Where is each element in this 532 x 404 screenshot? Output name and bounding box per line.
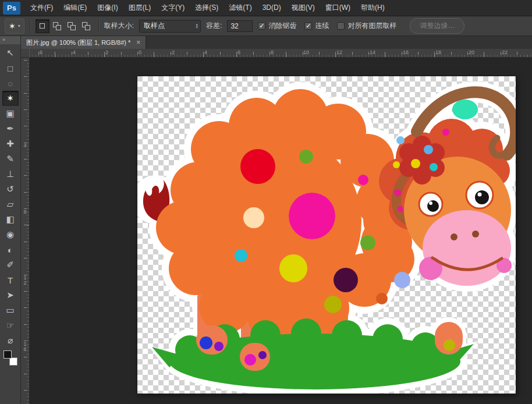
toolbar-collapse-button[interactable]: » bbox=[0, 36, 20, 44]
sample-size-select[interactable]: 取样点 ▲▼ bbox=[139, 20, 201, 33]
clone-stamp-tool[interactable]: ⊥ bbox=[2, 166, 19, 182]
menu-items: 文件(F)编辑(E)图像(I)图层(L)文字(Y)选择(S)滤镜(T)3D(D)… bbox=[25, 0, 390, 16]
ruler-row: 6420246810121416182022 bbox=[21, 49, 532, 58]
subtract-from-selection-button[interactable] bbox=[65, 19, 79, 33]
refine-edge-button[interactable]: 调整边缘… bbox=[410, 18, 464, 34]
document-image[interactable] bbox=[137, 76, 516, 394]
ruler-number: 4 bbox=[204, 49, 207, 55]
ruler-number: 8 bbox=[22, 210, 28, 215]
new-selection-icon bbox=[40, 23, 45, 29]
menu-edit[interactable]: 编辑(E) bbox=[58, 0, 92, 16]
tool-palette: » ↖□◌✶▣✒✚✎⊥↺▱◧◉◐✐T➤▭☞⌀ bbox=[0, 36, 21, 404]
menu-window[interactable]: 窗口(W) bbox=[320, 0, 356, 16]
ruler-number: 8 bbox=[271, 49, 274, 55]
blur-tool[interactable]: ◉ bbox=[2, 227, 19, 242]
ruler-number: 6 bbox=[237, 49, 240, 55]
checkbox-contiguous[interactable]: ✓连续 bbox=[304, 21, 329, 31]
brush-tool[interactable]: ✎ bbox=[2, 151, 19, 166]
document-tab-title: 图片.jpg @ 100% (图层 1, RGB/8#) * bbox=[26, 38, 130, 47]
ruler-number: 14 bbox=[370, 49, 375, 55]
separator bbox=[98, 19, 99, 33]
cow-illustration bbox=[137, 76, 516, 394]
spinner-icon: ▲▼ bbox=[195, 23, 198, 29]
zoom-tool[interactable]: ⌀ bbox=[2, 333, 19, 348]
ruler-number: 10 bbox=[303, 49, 309, 55]
ruler-number: 1 2 bbox=[22, 275, 28, 286]
intersect-selection-button[interactable] bbox=[79, 19, 93, 33]
crop-tool[interactable]: ▣ bbox=[2, 106, 19, 121]
foreground-color-swatch[interactable] bbox=[3, 350, 12, 359]
hand-tool[interactable]: ☞ bbox=[2, 318, 19, 333]
pen-tool[interactable]: ✐ bbox=[2, 257, 19, 272]
menu-help[interactable]: 帮助(H) bbox=[356, 0, 390, 16]
eyedropper-tool[interactable]: ✒ bbox=[2, 121, 19, 136]
lasso-tool[interactable]: ◌ bbox=[2, 76, 19, 91]
nostril bbox=[451, 233, 457, 240]
ruler-number: 18 bbox=[435, 49, 441, 55]
background-color-swatch[interactable] bbox=[9, 357, 17, 366]
dodge-tool[interactable]: ◐ bbox=[2, 242, 19, 257]
horn-tip bbox=[452, 100, 478, 119]
eraser-tool[interactable]: ▱ bbox=[2, 197, 19, 212]
canvas-row: 481 21 6 bbox=[21, 58, 532, 404]
menu-file[interactable]: 文件(F) bbox=[25, 0, 58, 16]
menu-3d[interactable]: 3D(D) bbox=[257, 0, 286, 16]
magic-wand-tool[interactable]: ✶ bbox=[2, 91, 19, 106]
sample-size-value: 取样点 bbox=[144, 21, 165, 31]
menu-layer[interactable]: 图层(L) bbox=[123, 0, 157, 16]
separator bbox=[30, 19, 30, 33]
nostril bbox=[472, 231, 479, 238]
checkbox-anti-alias[interactable]: ✓消除锯齿 bbox=[258, 21, 296, 31]
ruler-number: 2 bbox=[105, 49, 108, 55]
menu-filter[interactable]: 滤镜(T) bbox=[224, 0, 257, 16]
ruler-number: 16 bbox=[403, 49, 409, 55]
canvas-area[interactable] bbox=[30, 58, 532, 404]
ruler-number: 1 6 bbox=[22, 342, 28, 352]
checkbox-box: ✓ bbox=[258, 22, 265, 30]
document-area: 图片.jpg @ 100% (图层 1, RGB/8#) * × 6420246… bbox=[21, 36, 532, 404]
tools-list: ↖□◌✶▣✒✚✎⊥↺▱◧◉◐✐T➤▭☞⌀ bbox=[2, 45, 19, 348]
new-selection-button[interactable] bbox=[36, 19, 49, 33]
vertical-ruler: 481 21 6 bbox=[21, 58, 30, 404]
move-tool[interactable]: ↖ bbox=[2, 45, 19, 61]
shape-tool[interactable]: ▭ bbox=[2, 303, 19, 318]
gradient-tool[interactable]: ◧ bbox=[2, 212, 19, 227]
document-tab[interactable]: 图片.jpg @ 100% (图层 1, RGB/8#) * × bbox=[21, 36, 146, 49]
menu-type[interactable]: 文字(Y) bbox=[156, 0, 190, 16]
document-tab-bar: 图片.jpg @ 100% (图层 1, RGB/8#) * × bbox=[21, 36, 532, 49]
ruler-number: 22 bbox=[502, 49, 508, 55]
horizontal-ruler: 6420246810121416182022 bbox=[30, 49, 532, 58]
type-tool[interactable]: T bbox=[2, 272, 19, 288]
ruler-number: 2 bbox=[172, 49, 175, 55]
menu-select[interactable]: 选择(S) bbox=[190, 0, 224, 16]
checkbox-sample-all-layers[interactable]: 对所有图层取样 bbox=[337, 21, 396, 31]
healing-brush-tool[interactable]: ✚ bbox=[2, 136, 19, 151]
color-swatches bbox=[3, 350, 18, 366]
rectangular-marquee-tool[interactable]: □ bbox=[2, 61, 19, 76]
chevron-down-icon: ▾ bbox=[18, 23, 20, 29]
history-brush-tool[interactable]: ↺ bbox=[2, 182, 19, 197]
ruler-number: 4 bbox=[73, 49, 76, 55]
path-selection-tool[interactable]: ➤ bbox=[2, 288, 19, 303]
checkbox-label: 连续 bbox=[315, 21, 329, 31]
selection-mode-group bbox=[36, 19, 93, 33]
ruler-corner bbox=[21, 49, 30, 58]
menu-view[interactable]: 视图(V) bbox=[286, 0, 320, 16]
options-bar: ✶ ▾ 取样大小: 取样点 ▲▼ 容差: ✓消除锯齿✓连续对所有图层取样 调整边… bbox=[0, 16, 532, 36]
magic-wand-icon: ✶ bbox=[9, 22, 16, 31]
ruler-number: 20 bbox=[469, 49, 474, 55]
sample-size-label: 取样大小: bbox=[104, 21, 134, 31]
checkbox-label: 对所有图层取样 bbox=[347, 21, 396, 31]
tolerance-input[interactable] bbox=[227, 20, 253, 32]
menu-image[interactable]: 图像(I) bbox=[92, 0, 123, 16]
ruler-number: 12 bbox=[336, 49, 342, 55]
photoshop-logo: Ps bbox=[3, 2, 20, 15]
ruler-number: 6 bbox=[40, 49, 42, 55]
checkbox-label: 消除锯齿 bbox=[268, 21, 296, 31]
workspace: » ↖□◌✶▣✒✚✎⊥↺▱◧◉◐✐T➤▭☞⌀ 图片.jpg @ 100% (图层… bbox=[0, 36, 532, 404]
add-to-selection-button[interactable] bbox=[50, 19, 64, 33]
tool-preset-picker[interactable]: ✶ ▾ bbox=[5, 19, 24, 34]
photoshop-window: Ps 文件(F)编辑(E)图像(I)图层(L)文字(Y)选择(S)滤镜(T)3D… bbox=[0, 0, 532, 404]
close-tab-icon[interactable]: × bbox=[136, 38, 140, 47]
ruler-number: 4 bbox=[22, 143, 28, 148]
